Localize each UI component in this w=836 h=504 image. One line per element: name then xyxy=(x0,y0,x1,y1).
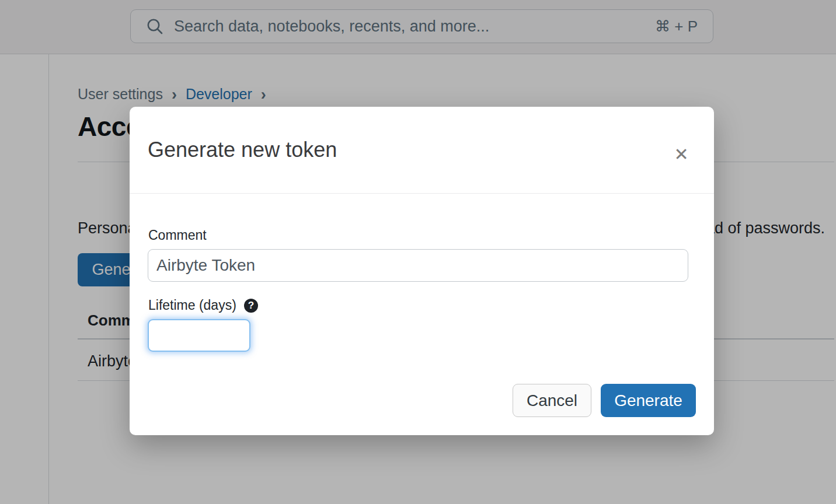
generate-button[interactable]: Generate xyxy=(601,384,696,417)
generate-new-token-modal: Generate new token ✕ Comment Lifetime (d… xyxy=(130,107,714,435)
comment-input[interactable] xyxy=(148,249,688,282)
comment-label: Comment xyxy=(148,228,207,243)
lifetime-label: Lifetime (days) xyxy=(148,298,236,313)
modal-title: Generate new token xyxy=(148,137,337,163)
help-icon[interactable]: ? xyxy=(244,299,258,313)
cancel-button[interactable]: Cancel xyxy=(513,384,591,417)
lifetime-label-row: Lifetime (days) ? xyxy=(148,298,258,313)
modal-header: Generate new token ✕ xyxy=(130,107,714,194)
close-icon[interactable]: ✕ xyxy=(668,141,695,167)
lifetime-input[interactable] xyxy=(148,319,250,352)
